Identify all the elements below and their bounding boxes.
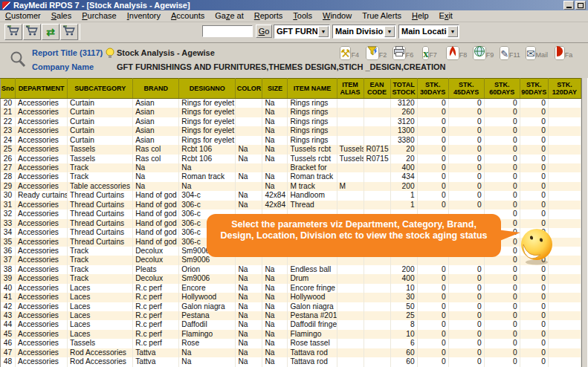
table-row[interactable]: 24AccessoriesCurtainAsianRings for eyele… (1, 136, 581, 145)
column-header-stk-45days[interactable]: STK. 45DAYS (448, 79, 484, 99)
table-row[interactable]: 25AccessoriesTasselsRas colRcbt 106NaNaT… (1, 145, 581, 154)
cell-stk-45days: 0 (448, 274, 484, 283)
menu-item-accounts[interactable]: Accounts (166, 10, 210, 22)
table-row[interactable]: 46AccessoriesTasselsR.c perfRoseNaNaRose… (1, 339, 581, 348)
table-row[interactable]: 28AccessoriesTrackNaRoman trackNaNaRoman… (1, 172, 581, 181)
cell-designno: Rings for eyelet (179, 99, 236, 108)
column-header-department[interactable]: DEPARTMENT (16, 79, 68, 99)
cell-department: Accessories (16, 348, 68, 357)
menu-item-exit[interactable]: Exit (434, 10, 458, 22)
action-f7[interactable]: xF7 (416, 45, 443, 77)
column-header-ean-code[interactable]: EAN CODE (364, 79, 390, 99)
action-mail[interactable]: ✉Mail (523, 45, 550, 77)
column-header-color[interactable]: COLOR (236, 79, 262, 99)
go-button[interactable]: Go (256, 25, 272, 38)
action-f9[interactable]: F9 (470, 45, 497, 77)
menu-item-help[interactable]: Help (407, 10, 434, 22)
table-row[interactable]: 31AccessoriesThread CurtainsHand of god3… (1, 201, 581, 210)
table-row[interactable]: 29AccessoriesTable accessoriesNaNaNaM tr… (1, 182, 581, 191)
cell-department: Accessories (16, 219, 68, 228)
column-header-stk-90days[interactable]: STK. 90DAYS (520, 79, 548, 99)
column-header-stk-60days[interactable]: STK. 60DAYS (484, 79, 520, 99)
cell-stk-120day (548, 339, 581, 348)
menu-item-purchase[interactable]: Purchase (77, 10, 121, 22)
chevron-down-icon[interactable]: ▼ (448, 26, 458, 37)
table-row[interactable]: 48AccessoriesRod AccessoriesTattvaNaNaNa… (1, 357, 581, 366)
cell-subcategory: Curtain (68, 136, 133, 145)
cell-stk-90days: 0 (520, 302, 548, 311)
table-row[interactable]: 44AccessoriesLacesR.c perfDaffodilNaNaDa… (1, 320, 581, 329)
table-row[interactable]: 27AccessoriesTrackNaNaBracket for4000000 (1, 163, 581, 172)
cell-size: Na (262, 284, 288, 293)
toolbar-button-3[interactable]: ⇄ (42, 24, 59, 40)
toolbar-button-4[interactable] (60, 24, 78, 40)
action-f2[interactable]: F2 (363, 45, 390, 77)
menu-item-true-alerts[interactable]: True Alerts (357, 10, 407, 22)
table-row[interactable]: 21AccessoriesCurtainAsianRings for eyele… (1, 108, 581, 117)
cell-stk-90days: 0 (520, 293, 548, 302)
cell-size (262, 256, 288, 264)
cell-subcategory: Rod Accessories (68, 348, 133, 357)
cell-stk-30days (417, 256, 448, 264)
vertical-scrollbar[interactable] (581, 78, 588, 367)
search-input[interactable] (202, 25, 253, 37)
location-select[interactable]: Main Location▼ (398, 25, 459, 39)
menu-item-reports[interactable]: Reports (249, 10, 288, 22)
table-row[interactable]: 38AccessoriesTrackPleatsOrionNaNaEndless… (1, 265, 581, 274)
cell-item-alias (337, 293, 364, 302)
column-header-total-stock[interactable]: TOTAL STOCK (390, 79, 417, 99)
column-header-designno[interactable]: DESIGNNO (179, 79, 236, 99)
menu-item-inventory[interactable]: Inventory (122, 10, 166, 22)
table-row[interactable]: 43AccessoriesLacesR.c perfPestanaNaNaPes… (1, 311, 581, 320)
chevron-down-icon[interactable]: ▼ (318, 26, 329, 37)
cell-item-name: M track (288, 182, 337, 191)
column-header-brand[interactable]: BRAND (133, 79, 179, 99)
menu-item-window[interactable]: Window (317, 10, 357, 22)
column-header-size[interactable]: SIZE (262, 79, 288, 99)
table-row[interactable]: 42AccessoriesLacesR.c perfGalon niagraNa… (1, 302, 581, 311)
cell-ean-code (364, 126, 390, 135)
column-header-stk-120day[interactable]: STK. 120DAY (548, 79, 581, 99)
table-row[interactable]: 26AccessoriesTasselsRas colRcbt 106NaNaT… (1, 155, 581, 163)
minimize-button[interactable] (563, 1, 574, 10)
table-row[interactable]: 20AccessoriesCurtainAsianRings for eyele… (1, 99, 581, 108)
column-header-sno[interactable]: Sno (1, 79, 16, 99)
cell-stk-45days: 0 (448, 182, 484, 191)
table-row[interactable]: 45AccessoriesLacesR.c perfFlamingoNaNaFl… (1, 330, 581, 339)
cell-brand: Asian (133, 126, 179, 135)
toolbar-button-2[interactable] (23, 24, 41, 40)
table-row[interactable]: 30Ready curtainsThread CurtainsHand of g… (1, 191, 581, 200)
menu-item-customer[interactable]: Customer (0, 10, 46, 22)
cell-department: Accessories (16, 339, 68, 348)
cell-designno: Galon niagra (179, 302, 236, 311)
table-row[interactable]: 41AccessoriesLacesR.c perfHollywoodNaNaH… (1, 293, 581, 302)
table-row[interactable]: 37AccessoriesTrackDecoluxSm900600 (1, 256, 581, 264)
cell-sno: 20 (1, 99, 16, 108)
cell-stk-60days: 0 (484, 99, 520, 108)
table-row[interactable]: 22AccessoriesCurtainAsianRings for eyele… (1, 117, 581, 126)
table-row[interactable]: 40AccessoriesLacesR.c perfEncoreNaNaEnco… (1, 284, 581, 293)
division-select[interactable]: Main Division▼ (332, 25, 396, 39)
restore-button[interactable] (575, 1, 586, 10)
column-header-item-alias[interactable]: ITEM ALIAS (337, 79, 364, 99)
menu-item-tools[interactable]: Tools (288, 10, 317, 22)
cell-stk-90days: 0 (520, 191, 548, 200)
menu-item-sales[interactable]: Sales (46, 10, 77, 22)
column-header-subcategory[interactable]: SUBCATEGORY (68, 79, 133, 99)
action-fa[interactable]: Fa (550, 45, 577, 77)
table-row[interactable]: 47AccessoriesRod AccessoriesTattvaNaNaNa… (1, 348, 581, 357)
toolbar-button-1[interactable] (4, 24, 22, 40)
action-f4[interactable]: ⚒F4 (336, 45, 363, 77)
table-row[interactable]: 39AccessoriesTrackDecoluxSm9006NaNaDrum4… (1, 274, 581, 283)
company-select[interactable]: GFT FURNISHINGS▼ (274, 25, 330, 39)
column-header-item-name[interactable]: ITEM NAME (288, 79, 337, 99)
cell-stk-90days: 0 (520, 339, 548, 348)
chevron-down-icon[interactable]: ▼ (384, 26, 395, 37)
action-f6[interactable]: F6 (390, 45, 416, 77)
table-row[interactable]: 23AccessoriesCurtainAsianRings for eyele… (1, 126, 581, 135)
column-header-stk-30days[interactable]: STK. 30DAYS (417, 79, 448, 99)
action-f8[interactable]: F8 (443, 45, 470, 77)
action-f11[interactable]: ✎F11 (497, 45, 523, 77)
cell-stk-60days: 0 (484, 155, 520, 163)
menu-item-gaze-at[interactable]: Gaze at (210, 10, 249, 22)
